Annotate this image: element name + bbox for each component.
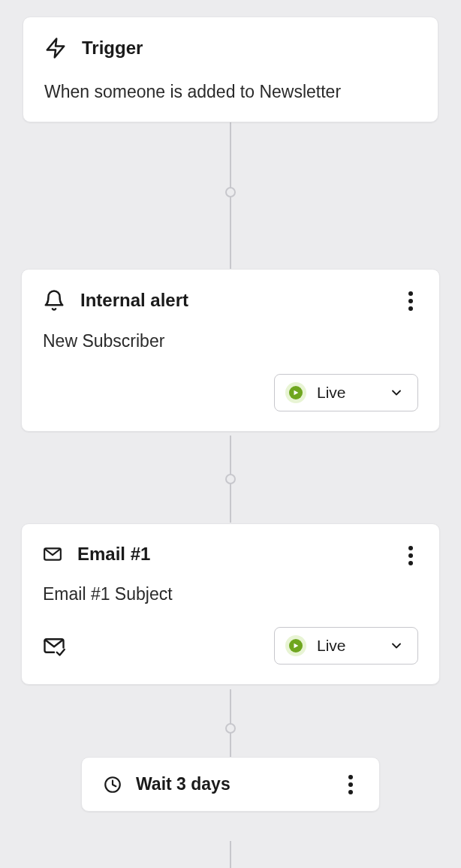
trigger-card[interactable]: Trigger When someone is added to Newslet… xyxy=(23,17,438,122)
card-subtitle: Email #1 Subject xyxy=(43,584,418,604)
status-left: Live xyxy=(285,635,346,656)
flow-canvas: Trigger When someone is added to Newslet… xyxy=(0,0,461,868)
card-header: Email #1 xyxy=(43,544,418,565)
wait-card[interactable]: Wait 3 days xyxy=(81,757,380,812)
status-dropdown[interactable]: Live xyxy=(274,374,418,411)
more-options-button[interactable] xyxy=(342,773,360,797)
email-card[interactable]: Email #1 Email #1 Subject xyxy=(21,523,440,685)
status-row: Live xyxy=(43,374,418,411)
more-options-button[interactable] xyxy=(402,544,420,568)
envelope-icon xyxy=(43,544,62,564)
card-title: Email #1 xyxy=(77,544,150,565)
card-subtitle: When someone is added to Newsletter xyxy=(44,82,417,102)
svg-marker-3 xyxy=(294,643,299,649)
card-subtitle: New Subscriber xyxy=(43,331,418,351)
card-title: Internal alert xyxy=(80,290,188,311)
svg-marker-1 xyxy=(294,390,299,396)
status-left: Live xyxy=(285,382,346,403)
more-options-button[interactable] xyxy=(402,289,420,313)
card-title: Trigger xyxy=(82,38,143,59)
status-row: Live xyxy=(43,627,418,665)
add-node-dot[interactable] xyxy=(225,723,236,734)
internal-alert-card[interactable]: Internal alert New Subscriber Live xyxy=(21,269,440,432)
card-title: Wait 3 days xyxy=(136,774,230,794)
bell-icon xyxy=(43,289,65,312)
card-header: Internal alert xyxy=(43,289,418,312)
envelope-check-icon xyxy=(43,634,65,657)
live-indicator-icon xyxy=(285,382,306,403)
svg-marker-0 xyxy=(47,39,65,58)
live-indicator-icon xyxy=(285,635,306,656)
chevron-down-icon xyxy=(389,638,404,653)
status-label: Live xyxy=(317,384,346,402)
status-dropdown[interactable]: Live xyxy=(274,627,418,665)
add-node-dot[interactable] xyxy=(225,474,236,484)
card-header: Trigger xyxy=(44,37,417,59)
clock-icon xyxy=(103,775,122,794)
card-header: Wait 3 days xyxy=(103,774,358,794)
connector xyxy=(230,841,231,868)
status-label: Live xyxy=(317,637,346,655)
add-node-dot[interactable] xyxy=(225,187,236,197)
email-template-button[interactable] xyxy=(43,634,65,657)
chevron-down-icon xyxy=(389,385,404,400)
lightning-icon xyxy=(44,37,67,59)
